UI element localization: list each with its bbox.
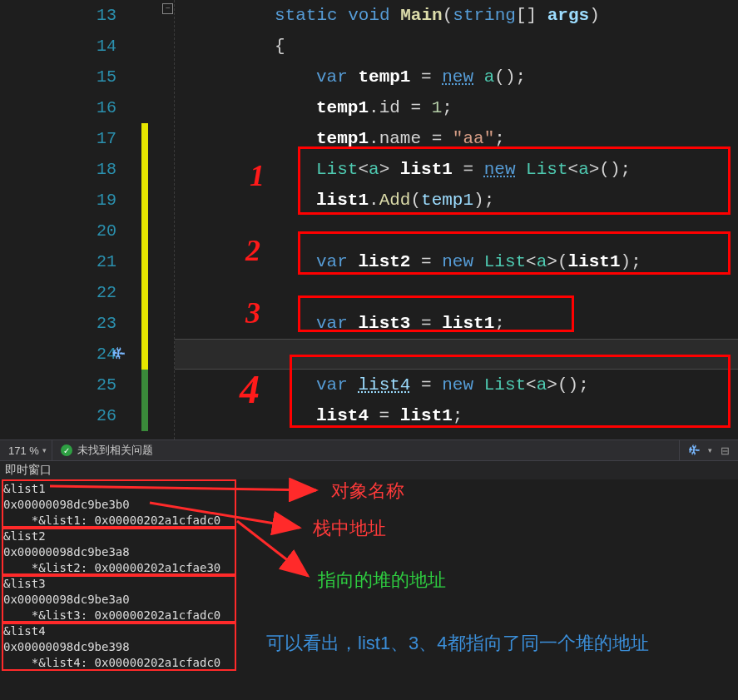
- annotation-stack-address: 栈中地址: [313, 516, 386, 541]
- keyword-new: new: [442, 67, 473, 87]
- line-number: 16: [83, 98, 116, 117]
- status-bar: 171 % ▾ ✓ 未找到相关问题 🛠 ▾ ⊟: [0, 439, 738, 461]
- keyword-static: static: [275, 6, 338, 25]
- line-number: 19: [83, 191, 116, 210]
- immediate-window-body[interactable]: &list1 0x00000098dc9be3b0 *&list1: 0x000…: [0, 479, 738, 671]
- method-main: Main: [400, 6, 442, 25]
- param-args: args: [547, 6, 589, 25]
- type-a: a: [484, 67, 495, 87]
- code-editor[interactable]: 13 − 14 15 16 17 18 19 20 21 22 23 24 🛠 …: [0, 0, 738, 439]
- var-list1: list1: [400, 160, 453, 179]
- handwritten-2: 2: [245, 233, 260, 268]
- annotation-object-name: 对象名称: [331, 479, 404, 504]
- keyword-var: var: [316, 67, 348, 87]
- no-issues-label: 未找到相关问题: [77, 443, 153, 458]
- brace-open: {: [275, 37, 285, 56]
- handwritten-1: 1: [250, 158, 265, 193]
- line-number: 20: [83, 221, 116, 241]
- var-list4: list4: [358, 375, 410, 395]
- imm-line: *&list3: 0x00000202a1cfadc0: [3, 608, 738, 623]
- line-number: 15: [83, 67, 116, 87]
- imm-line: *&list4: 0x00000202a1cfadc0: [3, 655, 738, 671]
- imm-line: 0x00000098dc9be3a8: [3, 544, 738, 560]
- line-number: 14: [83, 37, 116, 56]
- var-list2: list2: [358, 252, 410, 271]
- line-number: 23: [83, 314, 116, 333]
- line-number: 17: [83, 129, 116, 148]
- zoom-level: 171 %: [8, 444, 39, 457]
- line-number: 18: [83, 160, 116, 179]
- editor-gutter: 13 − 14 15 16 17 18 19 20 21 22 23 24 🛠 …: [0, 0, 175, 439]
- imm-line: 0x00000098dc9be3a0: [3, 592, 738, 608]
- line-number: 22: [83, 283, 116, 302]
- divider-icon: ⊟: [721, 444, 730, 457]
- line-number: 13: [83, 6, 116, 25]
- line-number: 21: [83, 252, 116, 271]
- keyword-void: void: [348, 6, 389, 25]
- var-list3: list3: [358, 314, 410, 333]
- immediate-window-panel: 即时窗口 &list1 0x00000098dc9be3b0 *&list1: …: [0, 461, 738, 700]
- annotation-summary: 可以看出，list1、3、4都指向了同一个堆的地址: [266, 629, 716, 657]
- immediate-window-title[interactable]: 即时窗口: [0, 461, 738, 479]
- chevron-down-icon[interactable]: ▾: [42, 446, 47, 454]
- fold-toggle-icon[interactable]: −: [162, 3, 173, 14]
- line-number: 26: [83, 406, 116, 425]
- chevron-down-icon[interactable]: ▾: [708, 446, 712, 454]
- keyword-string: string: [453, 6, 516, 25]
- check-ok-icon: ✓: [61, 444, 72, 456]
- zoom-control[interactable]: 171 % ▾: [0, 440, 52, 460]
- handwritten-3: 3: [245, 295, 260, 330]
- annotation-heap-address: 指向的堆的地址: [318, 568, 446, 593]
- line-number: 25: [83, 375, 116, 395]
- handwritten-4: 4: [240, 366, 260, 412]
- screwdriver-icon[interactable]: 🛠: [685, 441, 702, 459]
- var-temp1: temp1: [358, 67, 410, 87]
